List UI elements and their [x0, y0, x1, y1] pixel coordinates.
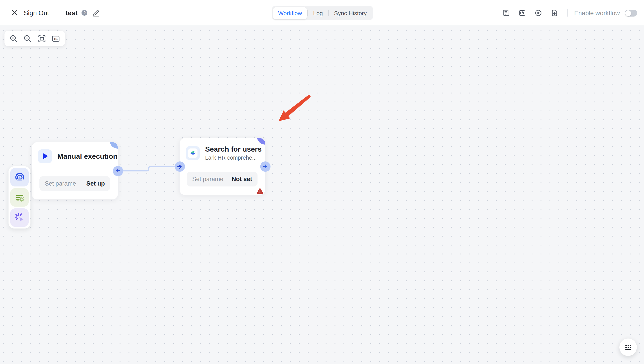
header-right-group: Enable workflow — [500, 0, 637, 26]
tab-log[interactable]: Log — [308, 7, 328, 19]
node-palette — [9, 166, 31, 228]
add-manual-click-node-button[interactable] — [10, 208, 29, 227]
manual-click-icon — [14, 212, 25, 223]
workflow-canvas[interactable]: 1:1 — [0, 26, 644, 364]
input-port[interactable] — [174, 162, 185, 172]
header-left-group: Sign Out test ? — [0, 8, 101, 18]
changelog-button[interactable] — [500, 7, 512, 19]
node-title-group: Search for users Lark HR comprehe... — [205, 145, 262, 161]
node-header: Manual execution — [32, 142, 118, 163]
add-action-node-button[interactable] — [10, 188, 29, 206]
actual-size-icon: 1:1 — [52, 34, 60, 43]
enable-workflow-toggle[interactable] — [625, 10, 637, 16]
enable-workflow-label: Enable workflow — [574, 10, 620, 16]
param-value: Not set — [232, 176, 252, 182]
param-value: Set up — [86, 180, 105, 187]
close-button[interactable] — [9, 8, 20, 18]
action-list-gear-icon — [14, 192, 25, 203]
keyboard-icon — [624, 344, 632, 350]
warning-icon — [257, 188, 263, 194]
node-icon-tile — [38, 149, 52, 163]
actual-size-button[interactable]: 1:1 — [51, 34, 61, 44]
add-next-node-port[interactable]: + — [113, 166, 123, 176]
play-icon — [42, 153, 48, 160]
header-divider — [567, 10, 568, 16]
zoom-in-icon — [10, 34, 18, 43]
tab-divider — [328, 10, 329, 16]
code-button[interactable] — [516, 7, 528, 19]
node-header: Search for users Lark HR comprehe... — [180, 138, 265, 161]
param-label: Set parame — [192, 176, 224, 182]
node-subtitle: Lark HR comprehe... — [205, 155, 262, 161]
canvas-zoom-toolbar: 1:1 — [5, 31, 65, 46]
plus-icon: + — [263, 162, 267, 170]
trigger-icon — [14, 172, 25, 183]
changelog-icon — [503, 10, 510, 16]
publish-button[interactable] — [549, 7, 560, 19]
zoom-out-icon — [24, 34, 32, 43]
close-icon — [12, 10, 17, 16]
zoom-out-button[interactable] — [23, 34, 33, 44]
publish-icon — [551, 10, 558, 16]
fit-view-icon — [37, 34, 46, 43]
node-param-row[interactable]: Set parame Set up — [39, 176, 110, 191]
edit-name-button[interactable] — [91, 8, 101, 18]
run-button[interactable] — [532, 7, 544, 19]
tab-workflow[interactable]: Workflow — [273, 7, 307, 19]
tab-sync-history[interactable]: Sync History — [329, 7, 372, 19]
run-icon — [535, 10, 542, 16]
keyboard-shortcuts-button[interactable] — [619, 338, 637, 356]
workflow-editor-app: Sign Out test ? Workflow Log Sync Histor… — [0, 0, 644, 364]
arrow-right-icon — [176, 163, 183, 170]
node-search-for-users[interactable]: Search for users Lark HR comprehe... Set… — [180, 138, 265, 195]
node-manual-execution[interactable]: Manual execution Set parame Set up + — [32, 142, 118, 200]
workflow-name: test — [66, 9, 78, 16]
help-icon[interactable]: ? — [82, 10, 87, 16]
sign-out-label[interactable]: Sign Out — [24, 9, 49, 16]
add-trigger-node-button[interactable] — [10, 168, 29, 186]
param-label: Set parame — [45, 180, 76, 187]
node-title: Manual execution — [57, 152, 118, 160]
add-next-node-port[interactable]: + — [260, 162, 270, 172]
header-divider — [57, 9, 58, 16]
node-param-row[interactable]: Set parame Not set — [187, 172, 258, 186]
lark-app-icon — [188, 148, 197, 158]
tab-divider — [307, 10, 308, 16]
node-icon-tile — [186, 146, 200, 160]
svg-text:1:1: 1:1 — [54, 37, 58, 40]
pencil-icon — [92, 9, 100, 16]
zoom-in-button[interactable] — [9, 34, 19, 44]
fit-view-button[interactable] — [37, 34, 47, 44]
code-icon — [519, 10, 526, 16]
app-header: Sign Out test ? Workflow Log Sync Histor… — [0, 0, 644, 26]
view-tabs: Workflow Log Sync History — [272, 6, 373, 20]
toggle-knob — [625, 10, 631, 16]
plus-icon: + — [116, 167, 120, 174]
node-title: Search for users — [205, 145, 262, 154]
